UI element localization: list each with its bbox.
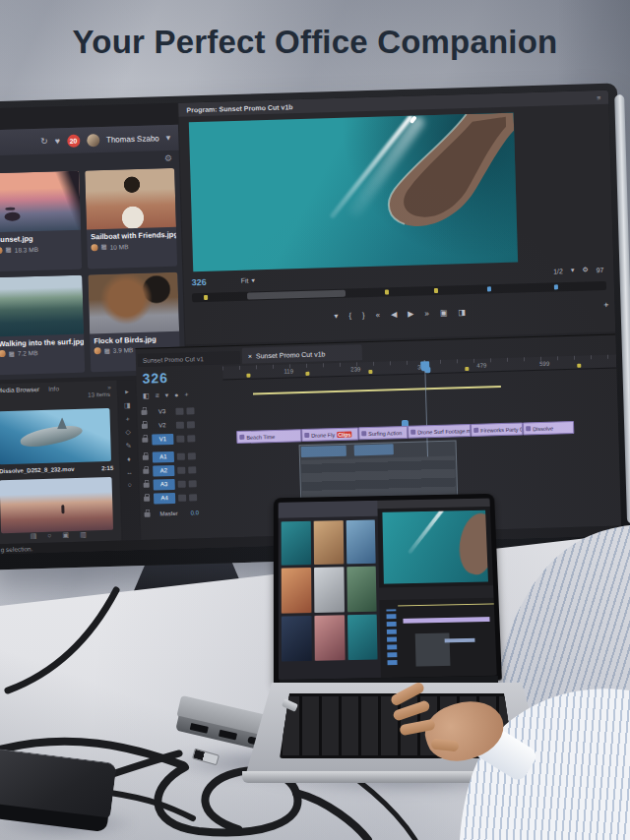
laptop-left-toolbar [279,501,378,518]
ssd-cable [110,793,193,818]
laptop-sand-spit [454,510,488,578]
laptop-audio-block [414,632,450,666]
monitor-cable [8,590,116,690]
laptop-blue-clip [445,638,474,643]
laptop-program-titlebar [378,499,490,510]
mini-thumb [314,567,345,612]
mini-thumb [313,520,343,565]
mini-thumb [282,616,312,662]
usb-a-port [190,723,209,734]
portable-ssd [0,748,121,840]
laptop-track-buttons [387,609,398,665]
laptop-display [274,494,502,686]
laptop-purple-clip [403,617,490,624]
usb-a-port [219,730,237,741]
mini-thumb [314,615,345,661]
laptop-screen [279,499,497,681]
laptop-right-panel [378,499,497,679]
laptop-program-viewer [382,510,488,584]
laptop-work-area-bar [398,603,493,606]
mini-thumb [347,614,378,660]
laptop-left-panel [279,501,382,681]
laptop-thumbnail-grid [282,519,378,676]
mini-thumb [282,568,311,613]
mini-thumb [282,520,311,565]
laptop-boat-wake [408,510,446,554]
mini-thumb [346,567,377,612]
coil-tail-cable [296,793,368,840]
mini-thumb [346,519,376,564]
laptop-timeline [380,598,497,678]
